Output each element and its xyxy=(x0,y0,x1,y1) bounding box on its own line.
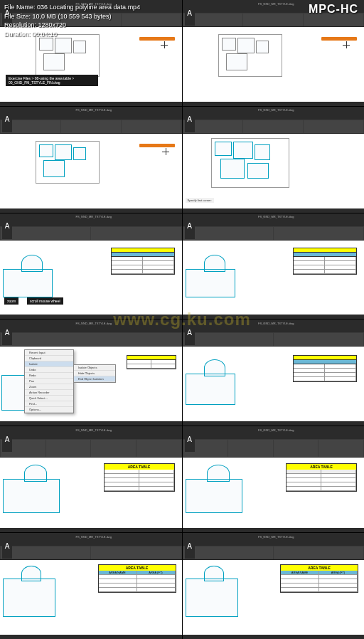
caption-zoom: zoom xyxy=(4,297,18,305)
submenu[interactable]: Isolate Objects Hide Objects End Object … xyxy=(73,364,116,383)
thumbnail-3[interactable]: FS_GND_MR_TSTYLE.dwg A xyxy=(0,107,182,213)
thumbnail-8[interactable]: FS_GND_MR_TSTYLE.dwg A xyxy=(183,320,365,426)
thumbnail-grid: FS_GND_MR_TSTYLE.dwg A Exercise Files > … xyxy=(0,0,364,639)
thumbnail-11[interactable]: FS_GND_MR_TSTYLE.dwg A AREA TABLE AREA N… xyxy=(0,533,182,639)
file-info-overlay: File Name: 036 Locating polyline area da… xyxy=(4,3,140,38)
thumbnail-6[interactable]: FS_GND_MR_TSTYLE.dwg A xyxy=(183,213,365,320)
thumbnail-9[interactable]: FS_GND_MR_TSTYLE.dwg A AREA TABLE xyxy=(0,426,182,532)
thumbnail-12[interactable]: FS_GND_MR_TSTYLE.dwg A AREA TABLE AREA N… xyxy=(183,533,365,639)
caption-exercise: Exercise Files > 08-using the area table… xyxy=(6,75,98,86)
context-menu[interactable]: Recent Input Clipboard Isolate Undo Redo… xyxy=(24,349,74,413)
player-logo: MPC-HC xyxy=(309,3,358,16)
command-line: Specify first corner: xyxy=(186,198,214,203)
thumbnail-7[interactable]: FS_GND_MR_TSTYLE.dwg A Recent Input Clip… xyxy=(0,320,182,426)
thumbnail-10[interactable]: FS_GND_MR_TSTYLE.dwg A AREA TABLE xyxy=(183,426,365,532)
caption-scroll: scroll mouse wheel xyxy=(27,297,63,305)
thumbnail-4[interactable]: FS_GND_MR_TSTYLE.dwg A Specify first cor… xyxy=(183,107,365,213)
table-title: AREA TABLE xyxy=(105,464,174,470)
thumbnail-5[interactable]: FS_GND_MR_TSTYLE.dwg A zoom scroll mouse… xyxy=(0,213,182,320)
thumbnail-2[interactable]: FS_GND_MR_TSTYLE.dwg A xyxy=(183,0,365,106)
